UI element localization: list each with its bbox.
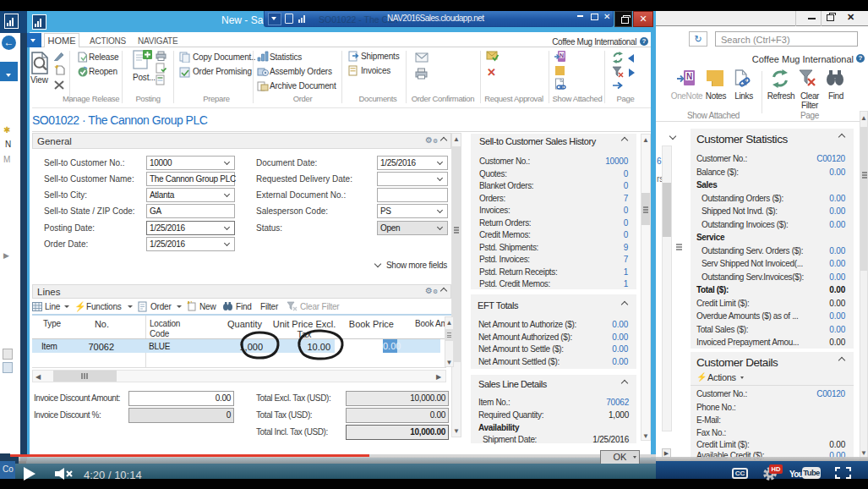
svg-text:N: N <box>686 72 692 81</box>
svg-text:N: N <box>560 52 564 58</box>
